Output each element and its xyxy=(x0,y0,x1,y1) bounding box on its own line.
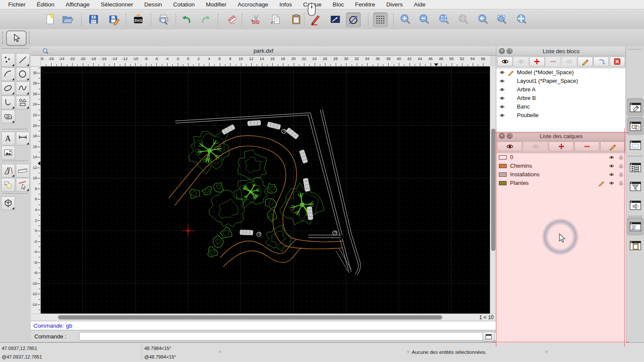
vertical-scrollbar[interactable] xyxy=(490,66,496,314)
hide-all-layers-button[interactable] xyxy=(523,142,548,151)
layer-row[interactable]: Plantes xyxy=(496,179,626,187)
zoom-out-button[interactable] xyxy=(417,12,431,26)
lock-icon[interactable] xyxy=(618,154,624,160)
layer-row[interactable]: Chemins xyxy=(496,162,626,170)
tool-spline-button[interactable] xyxy=(16,81,30,95)
undo-button[interactable] xyxy=(179,12,193,26)
menu-bloc[interactable]: Bloc xyxy=(327,1,349,8)
tool-solid-button[interactable] xyxy=(1,196,15,210)
drawing-canvas[interactable] xyxy=(41,66,490,314)
block-row[interactable]: Poubelle xyxy=(496,111,626,120)
paste-button[interactable] xyxy=(289,12,303,26)
toggle-property-editor-button[interactable] xyxy=(627,136,644,154)
tool-measure-button[interactable] xyxy=(16,164,30,178)
block-row[interactable]: Model (*Model_Space) xyxy=(496,68,626,77)
tool-ellipse-button[interactable] xyxy=(1,81,15,95)
eye-icon[interactable] xyxy=(608,155,615,160)
remove-block-button[interactable] xyxy=(545,57,561,66)
zoom-in-button[interactable] xyxy=(398,12,412,26)
cut-button[interactable] xyxy=(249,12,263,26)
save-button[interactable] xyxy=(87,12,100,26)
menu-fichier[interactable]: Fichier xyxy=(3,1,31,8)
new-file-button[interactable] xyxy=(43,12,57,26)
purge-block-button[interactable] xyxy=(610,57,625,66)
tool-points-button[interactable] xyxy=(1,53,15,67)
add-layer-button[interactable] xyxy=(549,142,574,151)
close-icon[interactable]: ✕ xyxy=(499,133,505,139)
menu-fenetre[interactable]: Fenêtre xyxy=(349,1,381,8)
menu-cotation[interactable]: Cotation xyxy=(167,1,200,8)
eye-icon[interactable] xyxy=(608,181,615,186)
lock-icon[interactable] xyxy=(618,163,624,169)
eye-icon[interactable] xyxy=(499,104,505,109)
float-icon[interactable]: ❐ xyxy=(507,133,513,139)
menu-selectionner[interactable]: Sélectionner xyxy=(95,1,139,8)
float-icon[interactable]: ❐ xyxy=(507,48,513,54)
menu-dessin[interactable]: Dessin xyxy=(139,1,167,8)
grid-toggle-button[interactable] xyxy=(373,12,388,27)
layer-color-swatch[interactable] xyxy=(499,164,507,168)
block-row[interactable]: Layout1 (*Paper_Space) xyxy=(496,77,626,85)
show-all-layers-button[interactable] xyxy=(497,142,522,151)
vertical-scrollbar-thumb[interactable] xyxy=(491,129,495,251)
erase-button[interactable] xyxy=(225,12,239,26)
toggle-library-browser-button[interactable] xyxy=(627,196,644,214)
tool-line-button[interactable] xyxy=(16,53,30,67)
lock-icon[interactable] xyxy=(618,172,624,178)
menu-infos[interactable]: Infos xyxy=(274,1,298,8)
layer-row[interactable]: Installations xyxy=(496,170,626,179)
drawing-preferences-button[interactable] xyxy=(328,12,342,26)
redo-button[interactable] xyxy=(199,12,213,26)
toggle-block-list-button[interactable] xyxy=(627,98,644,116)
eye-icon[interactable] xyxy=(608,163,615,169)
zoom-selection-button[interactable] xyxy=(456,12,470,26)
toggle-view-list-button[interactable] xyxy=(627,158,644,176)
command-options-button[interactable] xyxy=(483,332,495,341)
tool-dimension-button[interactable] xyxy=(16,132,30,145)
tool-shapes-button[interactable] xyxy=(16,96,30,109)
layer-color-swatch[interactable] xyxy=(499,155,507,160)
menu-divers[interactable]: Divers xyxy=(381,1,408,8)
copy-button[interactable] xyxy=(269,12,283,26)
toggle-layer-list-button[interactable] xyxy=(627,117,644,135)
print-preview-button[interactable] xyxy=(157,12,170,26)
eye-icon[interactable] xyxy=(499,78,505,84)
eye-icon[interactable] xyxy=(499,96,505,101)
menu-aide[interactable]: Aide xyxy=(408,1,431,8)
layer-row[interactable]: 0 xyxy=(496,153,626,162)
tool-circle-button[interactable] xyxy=(16,67,30,81)
block-row[interactable]: Arbre A xyxy=(496,85,626,94)
toggle-command-line-button[interactable] xyxy=(627,217,644,235)
eye-icon[interactable] xyxy=(499,70,505,75)
lock-icon[interactable] xyxy=(618,180,624,186)
draft-mode-button[interactable] xyxy=(346,12,361,27)
eye-icon[interactable] xyxy=(499,113,505,118)
close-icon[interactable]: ✕ xyxy=(499,48,505,54)
horizontal-scrollbar-thumb[interactable] xyxy=(58,315,442,320)
eye-icon[interactable] xyxy=(499,87,505,92)
tool-modify-button[interactable] xyxy=(1,178,15,192)
layer-color-swatch[interactable] xyxy=(499,181,507,185)
zoom-previous-button[interactable] xyxy=(476,12,490,26)
svg-export-button[interactable]: SVG xyxy=(131,12,145,26)
block-row[interactable]: Banc xyxy=(496,103,626,111)
menu-affichage[interactable]: Affichage xyxy=(60,1,95,8)
pan-button[interactable] xyxy=(515,12,529,26)
tool-arc-button[interactable] xyxy=(1,67,15,81)
eye-icon[interactable] xyxy=(608,172,615,177)
tool-text-button[interactable]: A xyxy=(1,132,15,145)
toggle-selection-filter-button[interactable] xyxy=(627,177,644,195)
hide-all-blocks-button[interactable] xyxy=(513,57,529,66)
tool-polyline-button[interactable] xyxy=(1,96,15,109)
rename-block-button[interactable]: a|b xyxy=(562,57,577,66)
horizontal-scrollbar[interactable]: 1 < 10 xyxy=(31,314,496,321)
tool-hatch-button[interactable] xyxy=(1,110,15,124)
add-block-button[interactable] xyxy=(529,57,545,66)
show-all-blocks-button[interactable] xyxy=(497,57,513,66)
zoom-window-button[interactable] xyxy=(495,12,509,26)
tool-trim-button[interactable] xyxy=(16,178,30,192)
zoom-auto-button[interactable] xyxy=(437,12,451,26)
menu-modifier[interactable]: Modifier xyxy=(200,1,232,8)
edit-block-button[interactable] xyxy=(577,57,593,66)
save-as-button[interactable] xyxy=(107,12,121,26)
